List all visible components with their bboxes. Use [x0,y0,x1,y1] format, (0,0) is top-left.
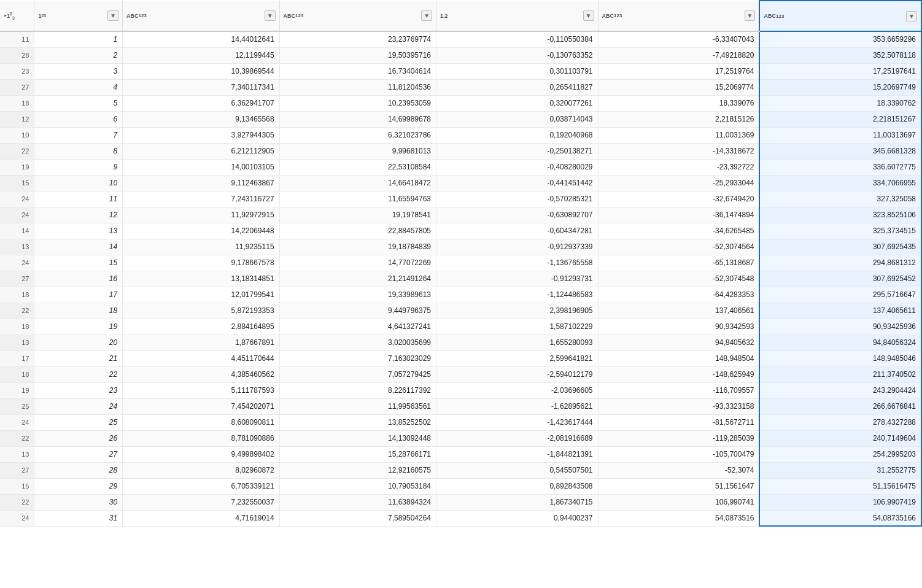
cell-distance-km: 14,69989678 [279,111,436,127]
cell-bearing-rad: 0,320077261 [436,95,598,111]
cell-distance-mi: 4,451170644 [123,350,279,366]
cell-bearing: 243,2904424 [759,382,921,398]
cell-index: 21 [34,350,123,366]
cell-bearing-pre: -6,33407043 [598,31,759,47]
row-number: 19 [0,159,34,175]
col-bearing-pre-dropdown[interactable]: ▼ [745,10,756,21]
table-row: 241211,9297291519,1978541-0,630892707-36… [0,207,921,223]
cell-bearing-pre: -93,3323158 [598,398,759,414]
row-number: 22 [0,494,34,510]
cell-bearing-rad: 0,94400237 [436,510,598,526]
cell-bearing-pre: -36,1474894 [598,207,759,223]
cell-bearing: 327,325058 [759,191,921,207]
cell-bearing-pre: -116,709557 [598,382,759,398]
cell-distance-km: 7,589504264 [279,510,436,526]
cell-index: 14 [34,239,123,255]
row-number: 23 [0,63,34,79]
cell-index: 10 [34,175,123,191]
table-body: 11114,4401264123,23769774-0,110550384-6,… [0,31,921,526]
cell-bearing-rad: -0,441451442 [436,175,598,191]
col-distance-mi-dropdown[interactable]: ▼ [265,10,276,21]
cell-index: 12 [34,207,123,223]
col-bearing-rad-dropdown[interactable]: ▼ [583,10,594,21]
table-row: 15109,11246386714,66418472-0,441451442-2… [0,175,921,191]
row-number: 22 [0,143,34,159]
cell-distance-km: 16,73404614 [279,63,436,79]
row-number: 18 [0,95,34,111]
row-number: 13 [0,446,34,462]
data-table-container[interactable]: ‣123 123 ▼ ABC123 [0,0,922,588]
cell-bearing-pre: 137,406561 [598,303,759,319]
cell-index: 25 [34,414,123,430]
cell-distance-mi: 14,22069448 [123,223,279,239]
col-header-rownum: ‣123 [0,1,34,31]
col-header-index: 123 ▼ [34,1,123,31]
cell-bearing-rad: -0,130763352 [436,47,598,63]
row-number: 19 [0,382,34,398]
cell-distance-mi: 9,178667578 [123,255,279,271]
col-index-dropdown[interactable]: ▼ [107,10,118,21]
cell-index: 9 [34,159,123,175]
cell-bearing: 345,6681328 [759,143,921,159]
cell-bearing-pre: -148,625949 [598,366,759,382]
cell-bearing-rad: 0,192040968 [436,127,598,143]
cell-distance-km: 10,79053184 [279,478,436,494]
cell-bearing-rad: -1,62895621 [436,398,598,414]
cell-distance-km: 15,28766171 [279,446,436,462]
cell-bearing-rad: 0,265411827 [436,79,598,95]
table-row: 18224,3854605627,057279425-2,594012179-1… [0,366,921,382]
cell-bearing-pre: 94,8405632 [598,335,759,350]
cell-bearing: 254,2995203 [759,446,921,462]
col-header-bearing: ABC123 ▼ [759,1,921,31]
cell-index: 3 [34,63,123,79]
cell-distance-mi: 13,18314851 [123,271,279,287]
table-row: 22268,78109088614,13092448-2,081916689-1… [0,430,921,446]
cell-bearing-pre: -32,6749420 [598,191,759,207]
cell-distance-mi: 8,608090811 [123,414,279,430]
cell-bearing-pre: 90,9342593 [598,319,759,335]
table-row: 18192,8841648954,6413272411,58710222990,… [0,319,921,335]
cell-bearing: 278,4327288 [759,414,921,430]
cell-distance-mi: 5,872193353 [123,303,279,319]
cell-bearing-rad: 0,892843508 [436,478,598,494]
cell-bearing-pre: 11,0031369 [598,127,759,143]
row-number: 13 [0,239,34,255]
table-row: 1856,36294170710,239530590,32007726118,3… [0,95,921,111]
cell-distance-mi: 1,87667891 [123,335,279,350]
cell-bearing-rad: -0,570285321 [436,191,598,207]
col-bearing-dropdown[interactable]: ▼ [906,11,917,21]
table-row: 2747,34011734111,812045360,26541182715,2… [0,79,921,95]
row-number: 24 [0,510,34,526]
cell-index: 7 [34,127,123,143]
cell-distance-mi: 9,13465568 [123,111,279,127]
cell-bearing-rad: -0,630892707 [436,207,598,223]
cell-bearing-pre: 148,948504 [598,350,759,366]
row-number: 18 [0,287,34,303]
header-row: ‣123 123 ▼ ABC123 [0,1,921,31]
table-row: 1073,9279443056,3210237860,19204096811,0… [0,127,921,143]
cell-index: 2 [34,47,123,63]
row-number: 24 [0,191,34,207]
row-number: 18 [0,366,34,382]
cell-distance-mi: 6,362941707 [123,95,279,111]
cell-distance-mi: 14,00103105 [123,159,279,175]
col-distance-km-dropdown[interactable]: ▼ [421,10,432,21]
cell-bearing: 54,08735166 [759,510,921,526]
cell-distance-km: 8,226117392 [279,382,436,398]
col-header-bearing-pre: ABC123 ▼ [598,1,759,31]
cell-distance-km: 19,18784839 [279,239,436,255]
cell-distance-mi: 6,212112905 [123,143,279,159]
cell-bearing-pre: -25,2933044 [598,175,759,191]
row-number: 13 [0,335,34,350]
cell-bearing: 307,6925452 [759,271,921,287]
row-number: 22 [0,303,34,319]
cell-bearing-rad: -1,423617444 [436,414,598,430]
cell-distance-km: 14,77072269 [279,255,436,271]
cell-index: 20 [34,335,123,350]
cell-bearing-pre: -52,3074548 [598,271,759,287]
cell-bearing-rad: 1,655280093 [436,335,598,350]
table-row: 19235,1117875938,226117392-2,03696605-11… [0,382,921,398]
table-row: 15296,70533912110,790531840,89284350851,… [0,478,921,494]
cell-bearing-pre: -119,285039 [598,430,759,446]
table-row: 13201,876678913,0200356991,65528009394,8… [0,335,921,350]
